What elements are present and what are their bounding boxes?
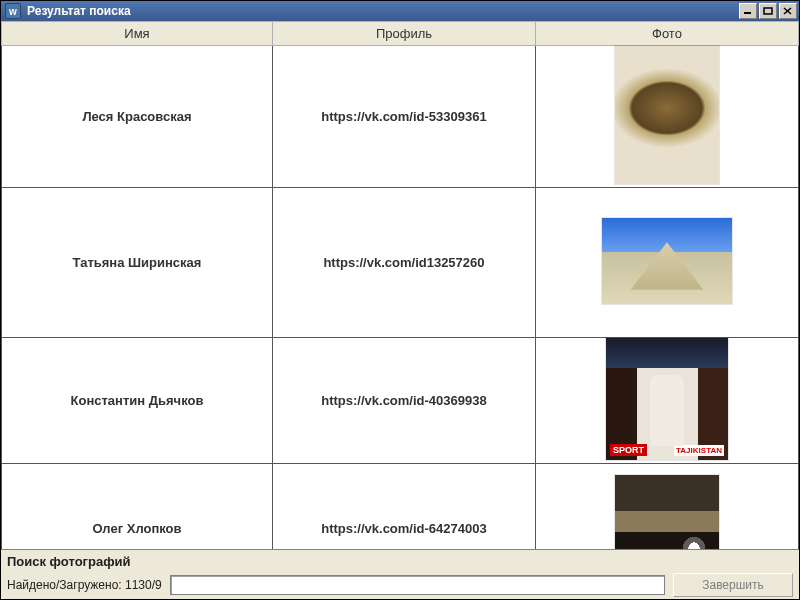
svg-rect-1 [764,8,772,14]
photo-badge: SPORT [610,444,647,456]
photo-thumbnail[interactable] [615,46,719,184]
col-header-photo[interactable]: Фото [535,22,798,46]
maximize-button[interactable] [759,3,777,19]
close-button[interactable] [779,3,797,19]
table-row: Леся Красовская https://vk.com/id-533093… [2,46,799,188]
photo-cell [535,464,798,549]
table-row: Олег Хлопков https://vk.com/id-64274003 [2,464,799,549]
photo-badge: TAJIKISTAN [674,445,724,456]
profile-link[interactable]: https://vk.com/id-40369938 [272,338,535,464]
name-cell: Константин Дьячков [2,338,273,464]
profile-link[interactable]: https://vk.com/id-53309361 [272,46,535,188]
results-table: Имя Профиль Фото Леся Красовская https:/… [1,21,799,549]
finish-button[interactable]: Завершить [673,573,793,597]
app-window: w Результат поиска Имя Профиль Фото Леся [0,0,800,600]
status-section-title: Поиск фотографий [7,552,793,573]
photo-cell [535,46,798,188]
profile-link[interactable]: https://vk.com/id13257260 [272,188,535,338]
status-count-label: Найдено/Загружено: 1130/9 [7,578,162,592]
profile-link[interactable]: https://vk.com/id-64274003 [272,464,535,549]
progress-bar [170,575,665,595]
table-row: Константин Дьячков https://vk.com/id-403… [2,338,799,464]
table-header-row: Имя Профиль Фото [2,22,799,46]
window-title: Результат поиска [27,4,131,18]
photo-thumbnail[interactable]: SPORT TAJIKISTAN [606,338,728,460]
name-cell: Леся Красовская [2,46,273,188]
minimize-button[interactable] [739,3,757,19]
photo-thumbnail[interactable] [615,475,719,549]
photo-cell [535,188,798,338]
status-bar: Поиск фотографий Найдено/Загружено: 1130… [1,549,799,599]
photo-cell: SPORT TAJIKISTAN [535,338,798,464]
table-row: Татьяна Ширинская https://vk.com/id13257… [2,188,799,338]
col-header-profile[interactable]: Профиль [272,22,535,46]
results-area: Имя Профиль Фото Леся Красовская https:/… [1,21,799,549]
titlebar: w Результат поиска [1,1,799,21]
photo-thumbnail[interactable] [602,218,732,304]
name-cell: Олег Хлопков [2,464,273,549]
vk-app-icon: w [5,3,21,19]
name-cell: Татьяна Ширинская [2,188,273,338]
window-controls [739,3,799,19]
col-header-name[interactable]: Имя [2,22,273,46]
